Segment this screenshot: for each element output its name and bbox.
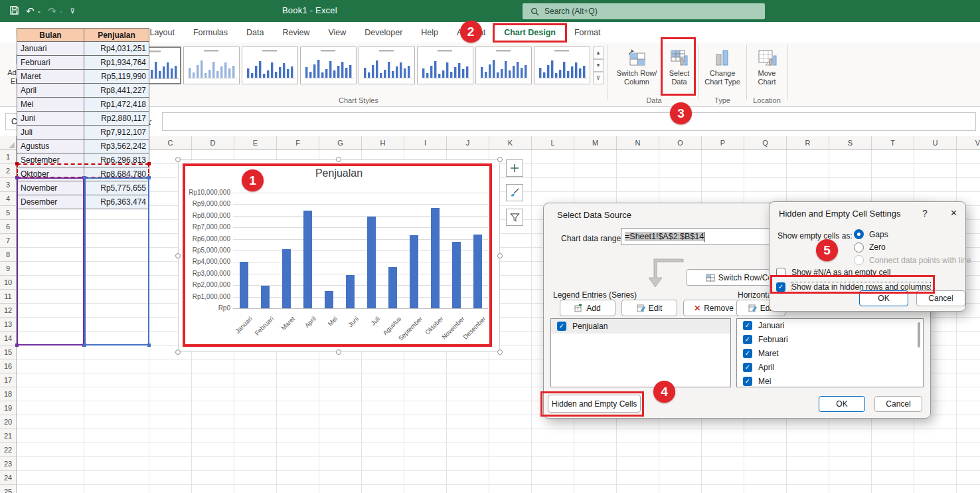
radio-option-gaps[interactable]: Gaps [854,229,888,239]
chart-style-thumbnail-7[interactable] [475,47,532,84]
show-na-checkbox[interactable]: Show #N/A as an empty cell [776,268,890,277]
categories-list[interactable]: ✓Januari✓Februari✓Maret✓April✓Mei [736,318,924,387]
column-header-K[interactable]: K [489,136,532,150]
row-header-13[interactable]: 13 [0,318,17,332]
move-chart-button[interactable]: MoveChart [749,45,785,95]
checkbox-checked-icon[interactable]: ✓ [743,377,752,386]
remove-series-button[interactable]: ✕ Remove [683,300,744,316]
gallery-scroll-up-icon[interactable]: ▲ [593,47,604,59]
chart-bar-maret[interactable] [282,249,291,308]
chart-elements-plus-button[interactable] [506,159,523,177]
chart-style-thumbnail-3[interactable] [242,47,298,84]
ok-button[interactable]: OK [819,396,865,412]
tab-chart-design[interactable]: Chart Design [495,22,565,43]
chart-styles-brush-button[interactable] [506,184,523,201]
series-item[interactable]: ✓Penjualan [551,319,730,334]
category-item[interactable]: ✓April [737,360,923,374]
tab-data[interactable]: Data [237,22,273,43]
row-header-12[interactable]: 12 [0,304,17,318]
tab-formulas[interactable]: Formulas [184,22,237,43]
chart-style-thumbnail-2[interactable] [183,47,240,84]
chart-bar-oktober[interactable] [431,208,440,308]
help-icon[interactable]: ? [922,208,928,219]
chart-bar-juni[interactable] [346,275,355,308]
chart-style-thumbnail-8[interactable] [534,47,590,84]
column-header-Q[interactable]: Q [744,136,787,150]
row-header-14[interactable]: 14 [0,332,17,345]
row-header-21[interactable]: 21 [0,429,17,443]
chart-bar-januari[interactable] [240,262,248,308]
series-list[interactable]: ✓Penjualan [550,318,731,387]
chart-style-thumbnail-4[interactable] [300,47,357,84]
row-header-5[interactable]: 5 [0,206,17,220]
column-header-I[interactable]: I [404,136,447,150]
chart-selection-handle[interactable] [336,349,341,355]
chart-selection-handle[interactable] [175,253,181,258]
checkbox-checked-icon[interactable]: ✓ [743,321,752,330]
row-header-2[interactable]: 2 [0,164,17,178]
column-header-M[interactable]: M [574,136,617,150]
value-cell[interactable]: Rp5,775,655 [84,181,149,195]
row-header-7[interactable]: 7 [0,234,17,248]
chart-selection-handle[interactable] [175,157,181,162]
column-header-H[interactable]: H [362,136,404,150]
row-header-15[interactable]: 15 [0,345,17,359]
tab-developer[interactable]: Developer [355,22,412,43]
value-cell[interactable]: Rp3,562,242 [84,140,149,153]
value-cell[interactable]: Rp6,296,813 [84,153,149,167]
chart-selection-handle[interactable] [497,253,503,258]
column-header-L[interactable]: L [532,136,574,150]
month-cell[interactable]: Juni [17,112,84,126]
row-header-4[interactable]: 4 [0,192,17,206]
month-cell[interactable]: Desember [17,195,84,209]
category-item[interactable]: ✓Maret [737,347,923,361]
row-header-11[interactable]: 11 [0,290,17,304]
search-box[interactable]: Search (Alt+Q) [523,3,765,19]
month-cell[interactable]: April [17,84,84,98]
chart-object[interactable]: Penjualan Rp10,000,000Rp9,000,000Rp8,000… [178,159,500,352]
column-header-D[interactable]: D [192,136,234,150]
add-series-button[interactable]: Add [560,300,615,316]
scrollbar-thumb[interactable] [918,322,920,347]
column-header-C[interactable]: C [149,136,192,150]
row-header-23[interactable]: 23 [0,457,17,471]
checkbox-checked-icon[interactable]: ✓ [743,335,752,344]
column-header-G[interactable]: G [319,136,362,150]
chart-style-thumbnail-6[interactable] [417,47,473,84]
month-cell[interactable]: Januari [17,42,84,56]
close-icon[interactable]: ✕ [950,208,957,218]
chart-style-thumbnail-5[interactable] [359,47,415,84]
hidden-and-empty-cells-button[interactable]: Hidden and Empty Cells [548,395,641,413]
value-cell[interactable]: Rp1,934,764 [84,56,149,70]
save-icon[interactable] [9,5,19,17]
chart-bar-juli[interactable] [367,217,376,308]
radio-icon[interactable] [854,229,864,239]
value-cell[interactable]: Rp1,472,418 [84,98,149,112]
month-cell[interactable]: Mei [17,98,84,112]
value-cell[interactable]: Rp8,684,780 [84,167,149,181]
checkbox-checked-icon[interactable]: ✓ [743,363,752,372]
column-header-O[interactable]: O [659,136,702,150]
table-header-cell[interactable]: Bulan [17,28,84,42]
gallery-more-icon[interactable]: ⊽ [593,72,604,84]
cancel-button[interactable]: Cancel [874,396,922,412]
chart-bar-mei[interactable] [325,291,333,308]
cancel-button[interactable]: Cancel [916,290,965,306]
chart-selection-handle[interactable] [175,349,181,355]
switch-row-column-button[interactable]: Switch Row/Column [612,45,661,95]
select-all-corner[interactable] [0,136,17,150]
radio-option-zero[interactable]: Zero [854,243,886,252]
tab-format[interactable]: Format [565,22,610,43]
row-header-22[interactable]: 22 [0,443,17,457]
row-header-17[interactable]: 17 [0,373,17,387]
month-cell[interactable]: Februari [17,56,84,70]
table-header-cell[interactable]: Penjualan [84,28,149,42]
row-header-3[interactable]: 3 [0,178,17,192]
row-header-16[interactable]: 16 [0,359,17,373]
chart-bar-september[interactable] [410,235,418,308]
edit-series-button[interactable]: Edit [621,300,677,316]
column-header-E[interactable]: E [234,136,277,150]
ok-button[interactable]: OK [859,290,908,306]
row-header-19[interactable]: 19 [0,401,17,415]
radio-option-connect-data-points-with-line[interactable]: Connect data points with line [854,255,971,265]
